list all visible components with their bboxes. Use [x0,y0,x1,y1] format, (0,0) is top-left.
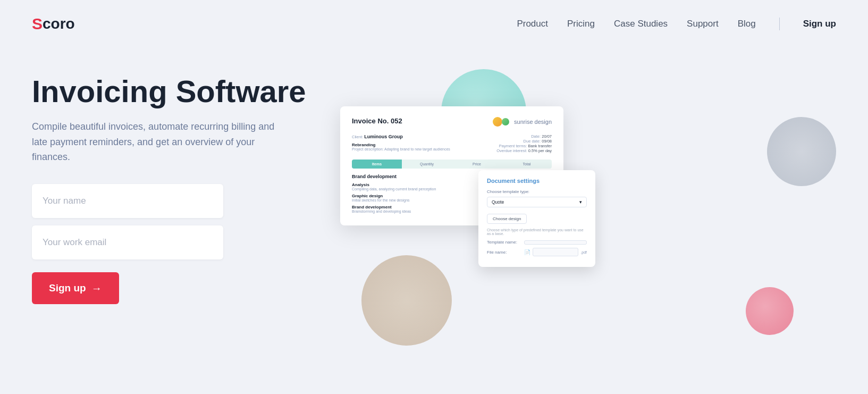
nav-signup[interactable]: Sign up [803,19,836,29]
arrow-right-icon: → [91,282,102,295]
file-name-label: File name: [487,250,524,255]
name-input[interactable] [32,184,223,218]
invoice-tabs: Items Quantity Price Total [352,160,552,169]
due-date-row: Due date: 09/08 [496,139,552,144]
invoice-meta-right: Date: 20/07 Due date: 09/08 Payment term… [496,134,552,153]
pdf-ext-label: .pdf [580,250,587,254]
nav-product[interactable]: Product [517,19,548,29]
blob-sand [361,255,452,346]
nav-links: Product Pricing Case Studies Support Blo… [517,19,755,29]
template-type-label: Choose template type: [487,189,587,194]
pdf-icon: 📄 [524,249,530,255]
invoice-company-name: sunrise design [514,119,552,125]
nav-pricing[interactable]: Pricing [567,19,595,29]
client-label: Client: Luminous Group [352,134,450,139]
logo-circle-green [502,118,509,125]
template-type-value: Quote [492,199,504,205]
choose-design-button[interactable]: Choose design [487,214,527,224]
invoice-meta-left: Client: Luminous Group Rebranding Projec… [352,134,450,153]
hero-title: Invoicing Software [32,74,308,108]
nav-support[interactable]: Support [687,19,719,29]
invoice-header: Invoice No. 052 sunrise design [352,117,552,127]
logo-circle-yellow [493,117,502,127]
template-type-dropdown[interactable]: Quote ▾ [487,197,587,207]
chevron-down-icon: ▾ [579,199,582,205]
file-name-input[interactable] [533,248,578,256]
invoice-meta: Client: Luminous Group Rebranding Projec… [352,134,552,153]
tab-total[interactable]: Total [502,160,552,169]
invoice-logo: sunrise design [493,117,552,127]
invoice-number: Invoice No. 052 [352,117,402,125]
nav-divider [779,18,780,30]
blob-pink [746,287,794,335]
file-name-row: File name: 📄 .pdf [487,248,587,256]
payment-terms-row: Payment terms: Bank transfer [496,144,552,148]
template-name-input[interactable] [524,240,587,245]
overdue-row: Overdue interest: 0.5% per day [496,148,552,153]
doc-settings-title: Document settings [487,178,587,184]
nav-blog[interactable]: Blog [738,19,756,29]
client-name: Luminous Group [364,134,403,139]
tab-quantity[interactable]: Quantity [402,160,452,169]
right-panel: Invoice No. 052 sunrise design Client: L… [330,64,836,362]
file-row: 📄 .pdf [524,248,587,256]
tab-price[interactable]: Price [452,160,502,169]
tab-items[interactable]: Items [352,160,402,169]
signup-label: Sign up [49,282,86,294]
doc-settings-panel: Document settings Choose template type: … [478,170,595,267]
navbar: Scoro Product Pricing Case Studies Suppo… [0,0,868,48]
logo-text: coro [43,15,75,32]
doc-settings-hint: Choose which type of predefined template… [487,228,587,236]
blob-gray [767,117,836,186]
email-field-group [32,225,308,259]
template-name-label: Template name: [487,240,524,245]
template-name-row: Template name: [487,240,587,245]
logo-icon: S [32,15,43,33]
left-panel: Invoicing Software Compile beautiful inv… [32,64,308,304]
date-row: Date: 20/07 [496,134,552,139]
main-content: Invoicing Software Compile beautiful inv… [0,48,868,362]
hero-subtitle: Compile beautiful invoices, automate rec… [32,119,276,165]
signup-button[interactable]: Sign up → [32,272,119,304]
project-info: Rebranding Project description: Adapting… [352,142,450,151]
logo[interactable]: Scoro [32,15,75,33]
project-desc: Project description: Adapting brand to n… [352,147,450,151]
project-name: Rebranding [352,142,450,147]
email-input[interactable] [32,225,223,259]
name-field-group [32,184,308,218]
nav-case-studies[interactable]: Case Studies [614,19,668,29]
